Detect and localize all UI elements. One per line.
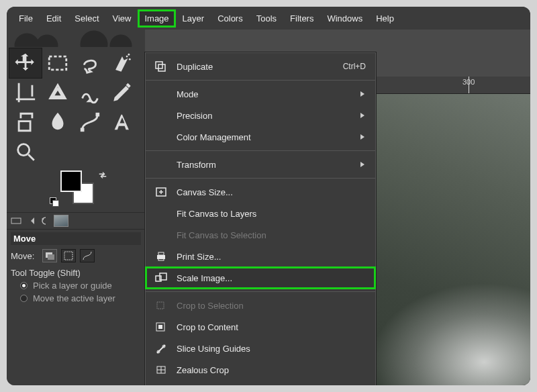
tool-smudge[interactable] [42,107,74,137]
menu-print-size[interactable]: Print Size... [146,246,375,267]
menu-duplicate[interactable]: Duplicate Ctrl+D [146,56,375,77]
scale-icon [154,272,168,284]
menu-fit-canvas-selection: Fit Canvas to Selection [146,224,375,246]
menu-mode[interactable]: Mode [146,83,375,105]
menu-colors[interactable]: Colors [211,9,250,28]
tool-zoom[interactable] [9,137,42,166]
svg-point-2 [129,58,131,60]
move-mode-selection[interactable] [61,249,76,262]
tool-clone[interactable] [9,107,42,137]
svg-rect-10 [64,252,72,260]
ruler-tick-300: 300 [462,78,475,86]
svg-rect-17 [156,276,161,281]
submenu-arrow-icon [359,160,366,170]
menu-crop-content[interactable]: Crop to Content [146,316,375,338]
device-status-icon[interactable] [9,215,23,227]
svg-rect-5 [96,113,100,117]
left-panel: Move Move: Tool Toggle (Shift) Pick a la… [7,30,145,385]
tool-paintbrush[interactable] [106,78,138,107]
menu-layer[interactable]: Layer [176,9,211,28]
menu-color-management[interactable]: Color Management [146,126,375,148]
menu-windows[interactable]: Windows [320,9,369,28]
print-icon [154,250,168,262]
menu-item-label: Duplicate [177,62,213,72]
submenu-arrow-icon [359,132,366,142]
menu-help[interactable]: Help [369,9,401,28]
move-mode-label: Move: [11,251,34,261]
menu-scale-image[interactable]: Scale Image... [146,267,375,289]
tool-options-title: Move [11,232,141,245]
tool-toggle-label: Tool Toggle (Shift) [11,268,141,278]
fg-color-swatch[interactable] [60,170,82,192]
image-menu-dropdown: Duplicate Ctrl+D Mode Precision Color Ma… [145,52,376,385]
menu-item-label: Fit Canvas to Selection [177,230,266,240]
blank-icon [154,88,168,100]
menu-select[interactable]: Select [68,9,105,28]
svg-rect-21 [158,325,162,329]
tool-free-select[interactable] [74,48,106,78]
menu-separator [146,291,375,292]
menu-separator [146,178,375,179]
radio-dot-icon [20,282,28,289]
menubar: File Edit Select View Image Layer Colors… [7,7,530,30]
menu-canvas-size[interactable]: Canvas Size... [146,181,375,203]
blank-icon [154,207,168,219]
tool-rect-select[interactable] [42,48,74,78]
undo-history-tab-icon[interactable] [39,215,52,227]
tool-move[interactable] [9,48,42,78]
swap-colors-icon[interactable] [98,170,107,180]
move-mode-path[interactable] [80,249,95,262]
tool-text[interactable] [106,107,138,137]
svg-point-1 [126,56,128,58]
svg-rect-7 [11,218,21,224]
menu-crop-selection: Crop to Selection [146,295,375,316]
duplicate-icon [154,60,168,72]
menu-precision[interactable]: Precision [146,105,375,126]
menu-zealous-crop[interactable]: Zealous Crop [146,359,375,381]
blank-icon [154,229,168,241]
svg-rect-9 [48,254,54,260]
blank-icon [154,131,168,143]
menu-item-label: Slice Using Guides [177,344,250,354]
svg-rect-19 [157,302,164,309]
tool-fuzzy-select[interactable] [106,48,138,78]
fg-bg-color [7,166,145,212]
blank-icon [154,158,168,170]
image-thumbnail[interactable] [54,215,68,227]
tool-path[interactable] [74,107,106,137]
tool-warp[interactable] [74,78,106,107]
menu-item-label: Transform [177,160,216,170]
radio-move-active[interactable]: Move the active layer [11,293,141,303]
menu-separator [146,150,375,151]
zealous-crop-icon [154,364,168,376]
menu-filters[interactable]: Filters [283,9,320,28]
menu-item-label: Print Size... [177,252,221,262]
blank-icon [154,109,168,121]
menu-image[interactable]: Image [138,9,175,28]
svg-rect-4 [81,128,85,132]
slice-icon [154,342,168,354]
menu-view[interactable]: View [106,9,138,28]
menu-slice-guides[interactable]: Slice Using Guides [146,338,375,359]
menu-tools[interactable]: Tools [250,9,283,28]
menu-transform[interactable]: Transform [146,154,375,175]
tool-options: Move Move: Tool Toggle (Shift) Pick a la… [7,230,145,303]
radio-pick-layer[interactable]: Pick a layer or guide [11,281,141,291]
menu-fit-canvas-layers[interactable]: Fit Canvas to Layers [146,203,375,224]
move-mode-layer[interactable] [42,249,57,262]
tool-options-tab-icon[interactable] [24,215,38,227]
panel-decor [7,30,145,47]
radio-move-active-label: Move the active layer [33,293,115,303]
menu-item-label: Zealous Crop [177,365,229,375]
toolbox [7,47,145,166]
tool-unified-transform[interactable] [42,78,74,107]
menu-edit[interactable]: Edit [40,9,68,28]
tool-crop[interactable] [9,78,42,107]
svg-point-6 [18,144,30,156]
app-window: File Edit Select View Image Layer Colors… [7,7,530,385]
submenu-arrow-icon [359,111,366,121]
menu-item-label: Crop to Content [177,322,238,332]
radio-dot-icon [20,295,28,302]
default-colors-icon[interactable] [50,197,58,205]
menu-file[interactable]: File [12,9,40,28]
